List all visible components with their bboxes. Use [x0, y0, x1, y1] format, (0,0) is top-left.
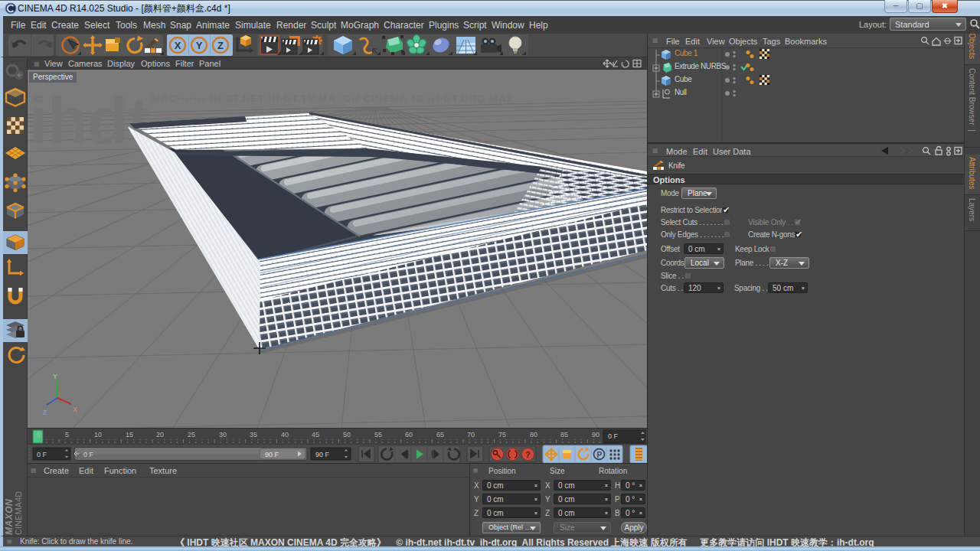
svg-text:0 F: 0 F	[83, 451, 94, 458]
svg-text:10: 10	[94, 431, 102, 439]
svg-text:P: P	[597, 451, 603, 459]
svg-text:65: 65	[436, 431, 444, 439]
svg-text:20: 20	[156, 431, 164, 439]
svg-text:90 F: 90 F	[315, 451, 330, 458]
svg-text:55: 55	[374, 431, 382, 439]
svg-text:?: ?	[525, 450, 531, 459]
svg-text:Z: Z	[217, 40, 224, 51]
svg-text:80: 80	[530, 431, 537, 439]
svg-text:25: 25	[188, 431, 195, 439]
svg-text:75: 75	[498, 431, 506, 439]
svg-text:50: 50	[343, 431, 351, 439]
svg-text:Y: Y	[53, 373, 57, 380]
svg-text:70: 70	[467, 431, 475, 439]
svg-text:X: X	[73, 406, 77, 413]
svg-text:5: 5	[65, 431, 69, 439]
svg-text:Y: Y	[196, 40, 203, 51]
svg-text:0 F: 0 F	[37, 451, 47, 458]
svg-text:15: 15	[126, 431, 133, 439]
svg-text:MAC••••••• IH-DT.NET IH-DT.TV: MAC••••••• IH-DT.NET IH-DT.TV MAXON CINE…	[152, 93, 514, 104]
svg-text:X: X	[175, 40, 181, 51]
svg-text:0 F: 0 F	[608, 432, 619, 440]
svg-text:60: 60	[405, 431, 413, 439]
svg-text:30: 30	[219, 431, 227, 439]
svg-text:90: 90	[592, 431, 599, 439]
svg-text:40: 40	[281, 431, 289, 439]
svg-text:85: 85	[560, 431, 568, 439]
svg-text:Z: Z	[43, 409, 47, 416]
svg-text:ihdt: ihdt	[29, 83, 150, 157]
svg-text:35: 35	[250, 431, 257, 439]
svg-text:0: 0	[37, 431, 41, 439]
svg-text:90 F: 90 F	[265, 451, 279, 458]
svg-text:45: 45	[312, 431, 319, 439]
